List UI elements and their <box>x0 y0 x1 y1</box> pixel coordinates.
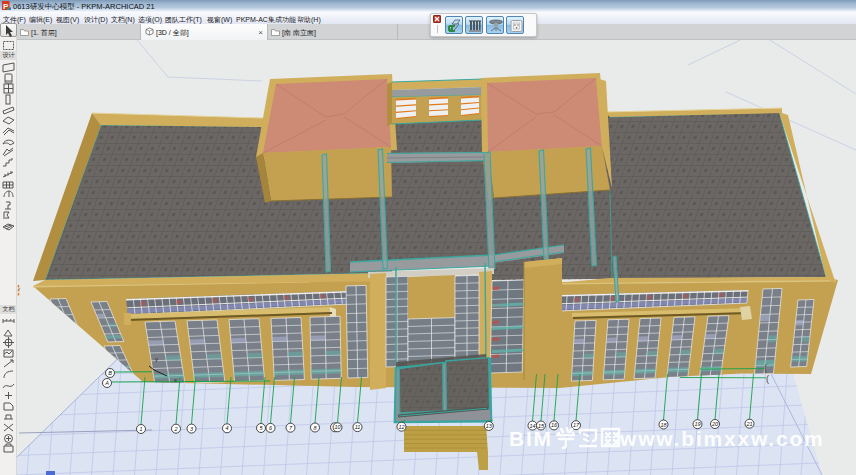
svg-text:(: ( <box>766 374 769 384</box>
svg-text:y: y <box>155 356 158 362</box>
svg-text:1: 1 <box>139 426 142 432</box>
svg-text:B: B <box>108 370 112 376</box>
svg-text:A: A <box>104 380 109 386</box>
svg-text:4: 4 <box>225 425 228 431</box>
svg-text:2: 2 <box>173 426 177 432</box>
svg-text:(: ( <box>764 363 767 373</box>
svg-text:21: 21 <box>745 421 752 427</box>
svg-text:10: 10 <box>334 424 341 430</box>
svg-text:x: x <box>174 377 177 383</box>
svg-text:13: 13 <box>486 423 493 429</box>
svg-text:11: 11 <box>355 424 361 430</box>
svg-text:12: 12 <box>398 424 404 430</box>
svg-text:*: * <box>18 287 21 293</box>
